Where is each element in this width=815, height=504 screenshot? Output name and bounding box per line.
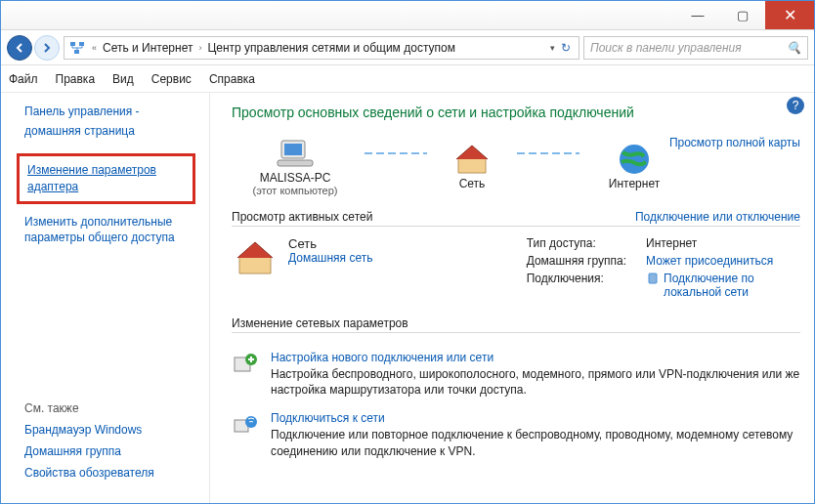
house-icon xyxy=(232,236,279,279)
svg-rect-4 xyxy=(284,144,302,155)
control-panel-home[interactable]: домашняя страница xyxy=(24,124,192,138)
refresh-icon[interactable]: ↻ xyxy=(557,41,575,55)
svg-point-6 xyxy=(620,145,649,174)
active-networks-header: Просмотр активных сетей Подключение или … xyxy=(232,210,800,227)
search-icon: 🔍 xyxy=(787,41,801,55)
computer-icon xyxy=(274,136,317,171)
firewall-link[interactable]: Брандмауэр Windows xyxy=(24,423,192,437)
maximize-button[interactable]: ▢ xyxy=(720,1,765,29)
map-node-network: Сеть xyxy=(433,142,511,190)
svg-rect-5 xyxy=(278,160,313,166)
task-title: Настройка нового подключения или сети xyxy=(271,351,800,364)
help-icon[interactable]: ? xyxy=(787,97,804,114)
nav-buttons xyxy=(7,35,60,61)
section-label: Просмотр активных сетей xyxy=(232,210,372,224)
internet-name: Интернет xyxy=(609,177,660,190)
access-value: Интернет xyxy=(646,236,800,250)
menu-bar: Файл Правка Вид Сервис Справка xyxy=(1,65,814,93)
globe-icon xyxy=(613,142,656,177)
access-label: Тип доступа: xyxy=(527,236,626,250)
control-panel-home[interactable]: Панель управления - xyxy=(24,105,192,118)
task-title: Подключиться к сети xyxy=(271,411,800,425)
task-connect[interactable]: Подключиться к сети Подключение или повт… xyxy=(232,411,800,458)
window: — ▢ ✕ « Сеть и Интернет › Центр управлен… xyxy=(0,0,815,504)
close-button[interactable]: ✕ xyxy=(765,1,814,29)
tasks: Настройка нового подключения или сети На… xyxy=(232,351,800,459)
network-name: Сеть xyxy=(459,177,486,190)
network-icon xyxy=(68,39,86,57)
page-title: Просмотр основных сведений о сети и наст… xyxy=(232,105,800,120)
homegroup-label: Домашняя группа: xyxy=(527,254,626,268)
sidebar: Панель управления - домашняя страница Из… xyxy=(1,93,210,503)
menu-help[interactable]: Справка xyxy=(209,72,255,86)
task-desc: Подключение или повторное подключение к … xyxy=(271,427,800,458)
pc-name: MALISSA-PC xyxy=(260,171,331,185)
breadcrumb-item[interactable]: Сеть и Интернет xyxy=(103,41,193,55)
map-node-pc: MALISSA-PC (этот компьютер) xyxy=(232,136,359,196)
svg-rect-0 xyxy=(70,42,75,46)
task-desc: Настройка беспроводного, широкополосного… xyxy=(271,366,800,398)
forward-button[interactable] xyxy=(34,35,60,61)
network-type-link[interactable]: Домашняя сеть xyxy=(288,251,372,265)
back-button[interactable] xyxy=(7,35,32,61)
dropdown-icon[interactable]: ▾ xyxy=(550,43,555,53)
wizard-icon xyxy=(232,351,259,378)
connection-line xyxy=(517,152,579,154)
task-new-connection[interactable]: Настройка нового подключения или сети На… xyxy=(232,351,800,398)
titlebar: — ▢ ✕ xyxy=(1,1,814,30)
chevron-icon: › xyxy=(194,43,205,53)
main-panel: ? Просмотр основных сведений о сети и на… xyxy=(210,93,814,503)
change-adapter-settings-link[interactable]: Изменение параметров адаптера xyxy=(17,153,195,204)
content: Панель управления - домашняя страница Из… xyxy=(1,93,814,503)
view-full-map-link[interactable]: Просмотр полной карты xyxy=(669,136,800,149)
network-map: Просмотр полной карты MALISSA-PC (этот к… xyxy=(232,136,800,196)
connect-icon xyxy=(232,411,259,439)
see-also: См. также Брандмауэр Windows Домашняя гр… xyxy=(24,401,192,493)
svg-rect-7 xyxy=(649,273,657,283)
see-also-header: См. также xyxy=(24,401,192,415)
change-settings-header: Изменение сетевых параметров xyxy=(232,316,800,333)
breadcrumb[interactable]: « Сеть и Интернет › Центр управления сет… xyxy=(64,36,579,60)
connections-label: Подключения: xyxy=(527,272,626,299)
menu-view[interactable]: Вид xyxy=(112,72,134,86)
house-icon xyxy=(450,142,493,177)
search-input[interactable]: Поиск в панели управления 🔍 xyxy=(583,36,808,60)
section-label: Изменение сетевых параметров xyxy=(232,316,408,330)
network-name: Сеть xyxy=(288,236,372,251)
minimize-button[interactable]: — xyxy=(675,1,720,29)
connect-disconnect-link[interactable]: Подключение или отключение xyxy=(635,210,800,224)
adapter-icon xyxy=(646,272,660,285)
pc-sub: (этот компьютер) xyxy=(252,185,337,196)
address-bar: « Сеть и Интернет › Центр управления сет… xyxy=(1,30,814,65)
ie-options-link[interactable]: Свойства обозревателя xyxy=(24,466,192,480)
menu-file[interactable]: Файл xyxy=(9,72,38,86)
svg-rect-2 xyxy=(74,50,79,54)
svg-rect-1 xyxy=(79,42,84,46)
chevron-back-icon: « xyxy=(88,43,101,53)
connection-link[interactable]: Подключение по локальной сети xyxy=(664,272,800,299)
menu-edit[interactable]: Правка xyxy=(56,72,96,86)
change-sharing-settings-link[interactable]: Изменить дополнительные параметры общего… xyxy=(24,214,192,247)
breadcrumb-item[interactable]: Центр управления сетями и общим доступом xyxy=(207,41,455,55)
search-placeholder: Поиск в панели управления xyxy=(590,41,742,55)
homegroup-link[interactable]: Домашняя группа xyxy=(24,444,192,458)
homegroup-link[interactable]: Может присоединиться xyxy=(646,254,800,268)
menu-tools[interactable]: Сервис xyxy=(151,72,192,86)
connection-line xyxy=(365,152,427,154)
active-network: Сеть Домашняя сеть Тип доступа: Интернет… xyxy=(232,236,800,299)
